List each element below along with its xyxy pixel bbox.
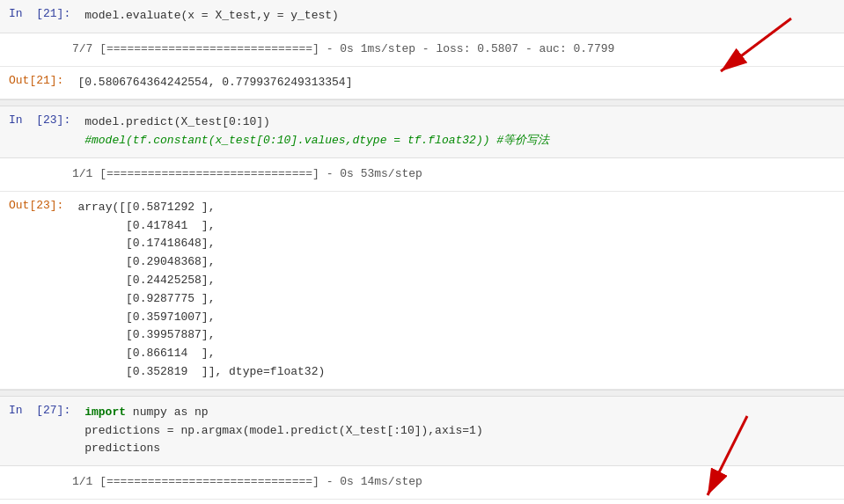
code-line: model.evaluate(x = X_test,y = y_test) (84, 7, 833, 26)
cell-21-progress: 7/7 [==============================] - 0… (0, 33, 844, 67)
progress-line-2: 1/1 [==============================] - 0… (72, 165, 833, 184)
empty-label-2 (0, 158, 62, 191)
cell-27-in-label: In [27]: (0, 397, 74, 465)
cell-23-in-label: In [23]: (0, 106, 74, 157)
cell-23-progress-content: 1/1 [==============================] - 0… (62, 158, 844, 191)
empty-label-3 (0, 466, 62, 499)
cell-21-out-label: Out[21]: (0, 67, 67, 99)
cell-21-out: Out[21]: [0.5806764364242554, 0.77993762… (0, 67, 844, 100)
code-line-predict: model.predict(X_test[0:10]) (84, 113, 833, 132)
code-line-comment: #model(tf.constant(x_test[0:10].values,d… (84, 132, 833, 150)
progress-line: 7/7 [==============================] - 0… (72, 40, 833, 59)
cell-27-progress: 1/1 [==============================] - 0… (0, 466, 844, 500)
cell-21-input: In [21]: model.evaluate(x = X_test,y = y… (0, 0, 844, 33)
progress-line-3: 1/1 [==============================] - 0… (72, 473, 833, 492)
code-line-predictions-var: predictions (84, 440, 833, 458)
cell-27-out-label: Out[27]: (0, 500, 67, 504)
code-line-predictions: predictions = np.argmax(model.predict(X_… (84, 422, 833, 441)
cell-21-out-content: [0.5806764364242554, 0.7799376249313354] (67, 67, 844, 99)
cell-23-input: In [23]: model.predict(X_test[0:10]) #mo… (0, 106, 844, 158)
cell-27-out-content: array([0, 0, 0, 0, 0, 0, 0, 0, 0, 0], dt… (67, 500, 844, 504)
cell-separator-1 (0, 99, 844, 106)
cell-23-progress: 1/1 [==============================] - 0… (0, 158, 844, 192)
code-line-import: import numpy as np (84, 404, 833, 422)
cell-27-out: Out[27]: array([0, 0, 0, 0, 0, 0, 0, 0, … (0, 500, 844, 504)
cell-separator-2 (0, 390, 844, 397)
cell-23-code[interactable]: model.predict(X_test[0:10]) #model(tf.co… (74, 106, 844, 157)
empty-label (0, 33, 62, 66)
cell-27-code[interactable]: import numpy as np predictions = np.argm… (74, 397, 844, 465)
array-output: array([[0.5871292 ], [0.417841 ], [0.174… (77, 199, 833, 382)
cell-21-code[interactable]: model.evaluate(x = X_test,y = y_test) (74, 0, 844, 33)
cell-21-progress-content: 7/7 [==============================] - 0… (62, 33, 844, 66)
cell-23-out-content: array([[0.5871292 ], [0.417841 ], [0.174… (67, 192, 844, 389)
cell-23-out-label: Out[23]: (0, 192, 67, 389)
cell-23-out: Out[23]: array([[0.5871292 ], [0.417841 … (0, 192, 844, 390)
cell-27-input: In [27]: import numpy as np predictions … (0, 397, 844, 466)
cell-27-progress-content: 1/1 [==============================] - 0… (62, 466, 844, 499)
output-value: [0.5806764364242554, 0.7799376249313354] (77, 74, 833, 92)
notebook: In [21]: model.evaluate(x = X_test,y = y… (0, 0, 844, 504)
cell-21-in-label: In [21]: (0, 0, 74, 33)
